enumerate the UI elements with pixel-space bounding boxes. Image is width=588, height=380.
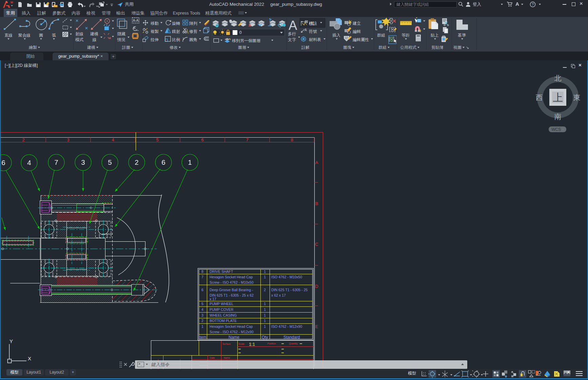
svg-text:3: 3 (67, 137, 69, 142)
svg-text:0: 0 (239, 30, 242, 35)
svg-text:3: 3 (201, 313, 203, 317)
svg-text:2: 2 (135, 158, 138, 166)
svg-text:1:1: 1:1 (249, 342, 255, 347)
svg-text:Item: Item (198, 335, 206, 340)
svg-text:WHEEL CASING: WHEEL CASING (210, 313, 237, 317)
svg-text:5: 5 (108, 158, 112, 166)
svg-text:5: 5 (201, 302, 203, 306)
svg-text:X: X (28, 356, 31, 361)
svg-text:6: 6 (201, 288, 203, 292)
svg-text:3: 3 (81, 158, 85, 166)
svg-text:Surface: Surface (222, 343, 231, 345)
svg-text:Qty: Qty (262, 335, 268, 340)
svg-text:Date: Date (210, 357, 215, 359)
svg-text:C: C (315, 242, 318, 247)
svg-text:A: A (315, 160, 318, 165)
svg-text:D: D (315, 284, 318, 289)
svg-text:A-A: A-A (133, 19, 139, 22)
svg-text:Name: Name (224, 357, 230, 359)
svg-text:2: 2 (201, 319, 203, 323)
svg-text:Position: Position (268, 342, 276, 345)
svg-text:1: 1 (264, 324, 266, 328)
svg-text:Quantity: Quantity (289, 342, 298, 345)
svg-text:Scale: Scale (238, 343, 244, 345)
svg-text:8: 8 (201, 269, 203, 274)
svg-text:x 62 x 17: x 62 x 17 (271, 293, 286, 297)
svg-text:4: 4 (27, 159, 31, 166)
svg-text:1: 1 (264, 302, 266, 306)
svg-text:7: 7 (54, 158, 58, 166)
svg-text:2: 2 (22, 137, 24, 142)
svg-text:B: B (315, 201, 318, 206)
svg-text:Name: Name (229, 335, 239, 340)
svg-text:7: 7 (201, 275, 203, 279)
svg-text:6: 6 (201, 137, 203, 142)
svg-text:?: ? (532, 2, 534, 6)
svg-text:ISO 4762 - M12x90: ISO 4762 - M12x90 (271, 324, 302, 328)
svg-text:6: 6 (161, 158, 165, 166)
svg-text:Hexagon Socket Head Cap: Hexagon Socket Head Cap (210, 324, 253, 328)
svg-text:A: A (305, 28, 307, 32)
svg-text:x 17: x 17 (210, 297, 216, 301)
svg-text:8: 8 (291, 137, 293, 142)
svg-text:7: 7 (246, 137, 248, 142)
svg-text:PUMP COVER: PUMP COVER (210, 307, 234, 312)
svg-text:5: 5 (156, 137, 158, 142)
svg-text:BOTTOM PLATE: BOTTOM PLATE (210, 319, 237, 323)
svg-text:1: 1 (188, 158, 192, 166)
svg-text:Deep Groove Ball Bearing -: Deep Groove Ball Bearing - (210, 288, 253, 292)
svg-text:E: E (315, 324, 318, 329)
svg-text:2: 2 (264, 288, 266, 292)
svg-text:Y: Y (9, 338, 13, 344)
svg-text:4: 4 (112, 137, 114, 142)
svg-text:DRIVE SHAFT: DRIVE SHAFT (210, 269, 233, 274)
svg-text:1: 1 (264, 319, 266, 323)
svg-text:ISO 4762 - M10x50: ISO 4762 - M10x50 (271, 275, 302, 279)
svg-text:1: 1 (264, 275, 266, 279)
svg-text:1: 1 (264, 313, 266, 317)
svg-text:1: 1 (264, 269, 266, 274)
svg-text:A: A (289, 18, 297, 33)
svg-text:Standard: Standard (283, 335, 300, 340)
svg-text:PUMP WHEEL: PUMP WHEEL (210, 302, 234, 306)
svg-text:Screw - ISO 4762 - M12x90: Screw - ISO 4762 - M12x90 (210, 330, 254, 334)
svg-text:6: 6 (1, 159, 5, 166)
svg-text:1: 1 (201, 324, 203, 328)
svg-text:4: 4 (201, 307, 203, 312)
svg-text:Screw - ISO 4762 - M10x50: Screw - ISO 4762 - M10x50 (210, 280, 254, 284)
svg-text:Hexagon Socket Head Cap: Hexagon Socket Head Cap (210, 275, 253, 279)
svg-text:DIN 625 T1 - 6305 - 25: DIN 625 T1 - 6305 - 25 (271, 288, 308, 292)
svg-text:1: 1 (264, 307, 266, 312)
